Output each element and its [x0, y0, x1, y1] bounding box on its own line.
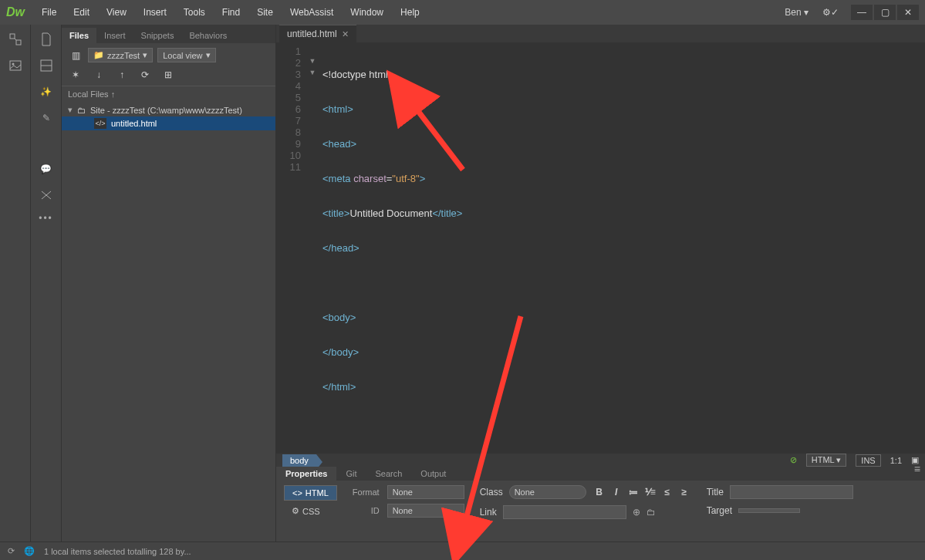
format-select[interactable]: None [387, 485, 464, 499]
lang-select[interactable]: HTML ▾ [806, 454, 847, 467]
tree-file[interactable]: </> untitled.html [62, 116, 275, 130]
panel-menu-icon[interactable]: ≡ [914, 468, 920, 471]
svg-point-4 [12, 63, 14, 66]
insert-mode[interactable]: INS [856, 454, 880, 467]
prop-css-button[interactable]: ⚙ CSS [284, 504, 337, 518]
lint-ok-icon[interactable]: ⊘ [790, 455, 797, 465]
class-select[interactable]: None [509, 485, 586, 499]
breadcrumb-bar: body ⊘ HTML ▾ INS 1:1 ▣ [276, 454, 925, 467]
view-dropdown[interactable]: Local view ▾ [157, 48, 215, 62]
ol-icon[interactable]: ⅟≡ [643, 485, 657, 499]
tool-strip: ✨ ✎ 💬 ••• [31, 25, 62, 541]
collapse-icon[interactable] [38, 187, 55, 204]
title-label: Title [707, 487, 724, 498]
comment-icon[interactable]: 💬 [38, 160, 55, 177]
target-select[interactable] [738, 508, 800, 513]
link-target-icon[interactable]: ⊕ [633, 507, 640, 518]
class-label: Class [480, 487, 503, 498]
put-icon[interactable]: ↑ [116, 69, 128, 81]
file-tree: ▾ 🗀 Site - zzzzTest (C:\wamp\www\zzzzTes… [62, 102, 275, 132]
folder-icon: 🗀 [77, 106, 86, 115]
globe-icon[interactable]: 🌐 [24, 546, 35, 556]
files-header[interactable]: Local Files ↑ [62, 86, 275, 102]
status-text: 1 local items selected totalling 128 by.… [44, 547, 191, 556]
italic-icon[interactable]: I [609, 485, 623, 499]
tab-insert[interactable]: Insert [96, 28, 133, 43]
drive-icon[interactable]: ▥ [68, 49, 83, 62]
title-input[interactable] [730, 485, 853, 499]
target-label: Target [707, 505, 732, 516]
browse-folder-icon[interactable]: 🗀 [646, 507, 656, 518]
breadcrumb-body[interactable]: body [282, 454, 316, 467]
id-label: ID [353, 506, 380, 515]
tab-output[interactable]: Output [411, 467, 455, 481]
tree-root[interactable]: ▾ 🗀 Site - zzzzTest (C:\wamp\www\zzzzTes… [62, 103, 275, 116]
file-tabs: untitled.html ✕ [276, 25, 925, 42]
format-label: Format [353, 487, 380, 497]
extract-icon[interactable] [7, 31, 24, 48]
files-panel: Files Insert Snippets Behaviors ▥ 📁 zzzz… [62, 25, 276, 541]
expand-icon[interactable]: ⊞ [162, 69, 174, 81]
bold-icon[interactable]: B [592, 485, 606, 499]
menu-items: File Edit View Insert Tools Find Site We… [34, 4, 777, 21]
svg-line-2 [15, 39, 16, 40]
document-icon[interactable] [38, 31, 55, 48]
file-tab[interactable]: untitled.html ✕ [279, 25, 356, 42]
close-tab-icon[interactable]: ✕ [342, 29, 349, 39]
brush-icon[interactable]: ✎ [38, 110, 55, 127]
html-file-icon: </> [94, 118, 106, 129]
minimize-button[interactable]: — [851, 5, 873, 20]
refresh-icon[interactable]: ⟳ [8, 546, 15, 556]
app-logo: Dw [6, 5, 25, 19]
user-menu[interactable]: Ben ▾ [777, 4, 816, 21]
tab-files[interactable]: Files [62, 28, 96, 43]
tab-search[interactable]: Search [366, 467, 411, 481]
split-icon[interactable] [38, 57, 55, 74]
tab-snippets[interactable]: Snippets [133, 28, 182, 43]
indent-icon[interactable]: ≥ [677, 485, 691, 499]
menu-tools[interactable]: Tools [176, 4, 213, 21]
ul-icon[interactable]: ≔ [626, 485, 640, 499]
id-select[interactable]: None [387, 504, 464, 518]
prop-html-button[interactable]: <> HTML [284, 485, 337, 501]
tab-properties[interactable]: Properties [276, 467, 336, 481]
connect-icon[interactable]: ✶ [69, 69, 82, 81]
sync-icon[interactable]: ⟳ [139, 69, 151, 81]
menu-edit[interactable]: Edit [66, 4, 97, 21]
left-icon-strip [0, 25, 31, 541]
editor: untitled.html ✕ 1 2 3 4 5 6 7 8 9 10 11 … [276, 25, 925, 541]
sync-settings-icon[interactable]: ⚙✓ [822, 7, 839, 18]
maximize-button[interactable]: ▢ [874, 5, 896, 20]
line-gutter: 1 2 3 4 5 6 7 8 9 10 11 [276, 42, 307, 454]
menubar: Dw File Edit View Insert Tools Find Site… [0, 0, 925, 25]
code-lines[interactable]: <!doctype html> <html> <head> <meta char… [318, 42, 925, 454]
menu-file[interactable]: File [34, 4, 64, 21]
menu-find[interactable]: Find [214, 4, 248, 21]
menu-webassist[interactable]: WebAssist [282, 4, 341, 21]
fold-column: ▼▼ [307, 42, 318, 454]
menu-insert[interactable]: Insert [136, 4, 174, 21]
image-icon[interactable] [7, 57, 24, 74]
cursor-position: 1:1 [890, 456, 902, 465]
site-dropdown[interactable]: 📁 zzzzTest ▾ [88, 48, 153, 62]
tab-behaviors[interactable]: Behaviors [181, 28, 235, 43]
link-label: Link [480, 507, 497, 518]
svg-rect-0 [10, 34, 15, 39]
link-input[interactable] [503, 505, 626, 519]
menu-view[interactable]: View [99, 4, 134, 21]
tab-git[interactable]: Git [336, 467, 366, 481]
status-bar: ⟳ 🌐 1 local items selected totalling 128… [0, 541, 925, 560]
menu-site[interactable]: Site [249, 4, 281, 21]
menu-help[interactable]: Help [393, 4, 427, 21]
more-tools-icon[interactable]: ••• [39, 213, 53, 224]
get-icon[interactable]: ↓ [93, 69, 105, 81]
bottom-tabs: Properties Git Search Output ≡ [276, 467, 925, 481]
outdent-icon[interactable]: ≤ [660, 485, 674, 499]
close-button[interactable]: ✕ [897, 5, 919, 20]
properties-panel: <> HTML ⚙ CSS Format None ID None Class … [276, 481, 925, 550]
wand-icon[interactable]: ✨ [38, 83, 55, 100]
menu-window[interactable]: Window [343, 4, 391, 21]
code-area[interactable]: 1 2 3 4 5 6 7 8 9 10 11 ▼▼ <!doctype htm… [276, 42, 925, 454]
svg-rect-3 [10, 61, 21, 70]
svg-rect-1 [16, 40, 21, 45]
